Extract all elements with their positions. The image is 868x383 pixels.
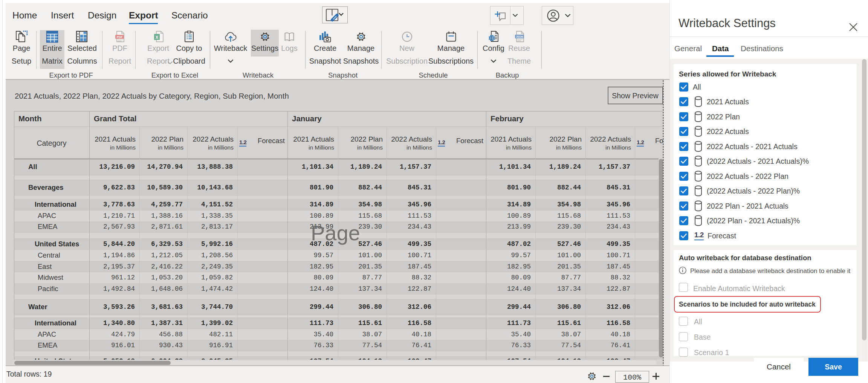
svg-text:X: X [156, 35, 159, 40]
svg-text:PDF: PDF [117, 35, 122, 39]
svg-text:JSON: JSON [516, 35, 523, 38]
